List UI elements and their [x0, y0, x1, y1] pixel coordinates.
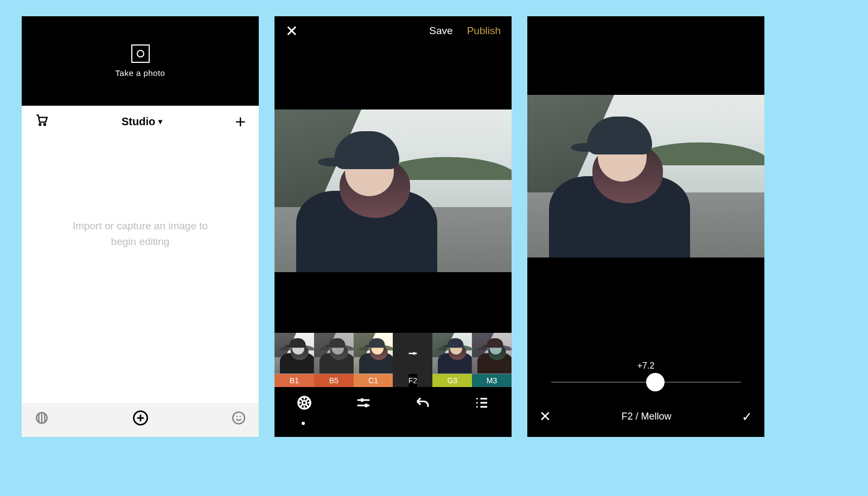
svg-point-0 — [39, 124, 41, 125]
spacer — [527, 16, 764, 95]
filter-label: F2 — [409, 374, 417, 387]
slider-image-preview[interactable] — [527, 95, 764, 257]
screen-slider: +7.2 ✕ F2 / Mellow ✓ — [527, 16, 764, 437]
svg-point-10 — [476, 398, 478, 400]
filter-f2-selected[interactable]: F2 — [393, 333, 432, 387]
slider-value: +7.2 — [637, 361, 655, 371]
editor-topbar: ✕ Save Publish — [275, 16, 512, 46]
editor-toolbar — [275, 387, 512, 422]
tab-bar — [22, 403, 259, 437]
camera-icon — [131, 44, 150, 63]
presets-tab-icon[interactable] — [35, 411, 49, 429]
strength-slider-area: +7.2 — [527, 347, 764, 396]
strength-slider[interactable] — [551, 382, 741, 383]
page-indicator — [275, 422, 512, 437]
filter-name-label: F2 / Mellow — [621, 411, 671, 422]
save-button[interactable]: Save — [429, 25, 452, 37]
filter-c1[interactable]: C1 — [354, 333, 393, 387]
slider-bottom-bar: ✕ F2 / Mellow ✓ — [527, 396, 764, 437]
svg-rect-8 — [361, 398, 363, 401]
filter-strip: B1 B5 C1 F2 G3 M3 — [275, 333, 512, 387]
studio-empty-state: Import or capture an image to begin edit… — [22, 137, 259, 403]
profile-tab-icon[interactable] — [232, 411, 246, 429]
cancel-button[interactable]: ✕ — [539, 408, 551, 425]
studio-title-label: Studio — [122, 115, 155, 128]
studio-header: Studio ▾ + — [22, 106, 259, 137]
studio-dropdown[interactable]: Studio ▾ — [122, 115, 162, 128]
filter-g3[interactable]: G3 — [432, 333, 472, 387]
svg-point-1 — [44, 124, 46, 125]
tools-icon[interactable] — [355, 395, 372, 415]
publish-button[interactable]: Publish — [467, 25, 501, 37]
confirm-button[interactable]: ✓ — [742, 409, 752, 424]
filter-label: M3 — [472, 374, 512, 387]
undo-icon[interactable] — [414, 395, 431, 415]
spacer — [527, 257, 764, 347]
spacer — [275, 46, 512, 109]
presets-icon[interactable] — [296, 395, 312, 415]
edit-history-icon[interactable] — [474, 395, 490, 415]
take-photo-button[interactable]: Take a photo — [22, 16, 259, 106]
svg-point-7 — [302, 401, 307, 405]
svg-rect-5 — [413, 352, 415, 355]
close-button[interactable]: ✕ — [285, 22, 298, 40]
shop-icon[interactable] — [35, 113, 49, 131]
slider-knob[interactable] — [646, 373, 665, 391]
add-tab-icon[interactable] — [132, 410, 149, 430]
svg-point-4 — [233, 412, 245, 424]
svg-point-11 — [476, 402, 478, 403]
spacer — [275, 272, 512, 333]
adjust-strength-icon — [406, 333, 420, 374]
filter-label: B1 — [275, 374, 314, 387]
chevron-down-icon: ▾ — [158, 117, 162, 126]
filter-m3[interactable]: M3 — [472, 333, 512, 387]
filter-b5[interactable]: B5 — [314, 333, 354, 387]
screen-editor: ✕ Save Publish B1 B5 C1 F2 — [275, 16, 512, 437]
filter-label: B5 — [314, 374, 354, 387]
svg-rect-9 — [365, 403, 367, 407]
filter-label: G3 — [432, 374, 472, 387]
editor-image-preview[interactable] — [275, 109, 512, 272]
svg-point-12 — [476, 406, 478, 408]
filter-b1[interactable]: B1 — [275, 333, 314, 387]
studio-empty-text: Import or capture an image to begin edit… — [59, 218, 222, 249]
screen-studio: Take a photo Studio ▾ + Import or captur… — [22, 16, 259, 437]
filter-label: C1 — [354, 374, 393, 387]
add-button[interactable]: + — [235, 111, 246, 132]
take-photo-label: Take a photo — [116, 68, 165, 78]
